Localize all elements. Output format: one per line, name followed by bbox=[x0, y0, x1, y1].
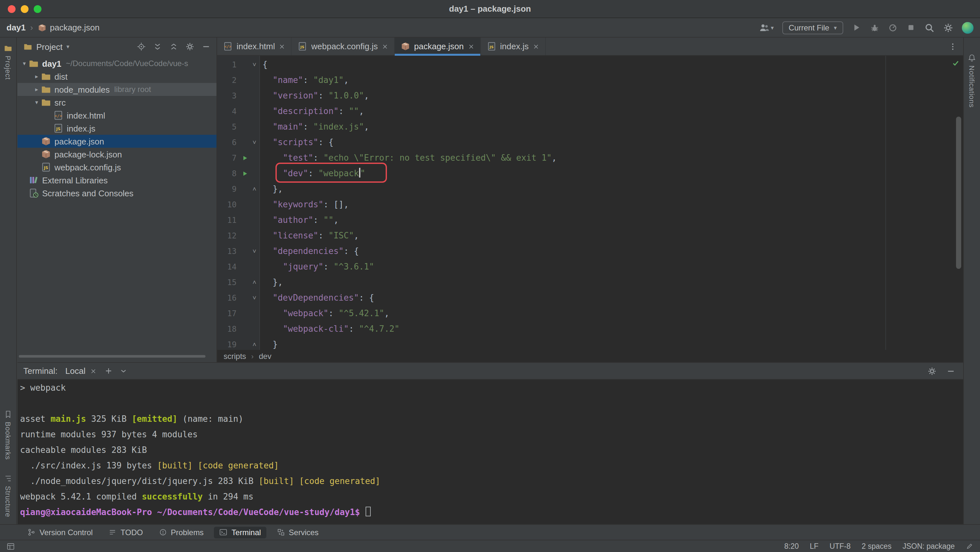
close-icon[interactable] bbox=[468, 43, 474, 49]
tree-item-src[interactable]: ▾src bbox=[18, 96, 216, 109]
editor-scrollbar[interactable] bbox=[956, 117, 961, 269]
tab-package.json[interactable]: package.json bbox=[395, 38, 480, 55]
chevron-down-icon[interactable]: ▾ bbox=[67, 43, 69, 50]
tool-button-notifications[interactable]: Notifications bbox=[964, 54, 980, 108]
fold-marker-icon[interactable]: ˄ bbox=[249, 337, 260, 350]
close-window-button[interactable] bbox=[8, 5, 16, 13]
panel-settings-icon[interactable] bbox=[185, 42, 194, 51]
status-item-json-package[interactable]: JSON: package bbox=[902, 542, 955, 550]
project-horizontal-scrollbar[interactable] bbox=[19, 355, 205, 358]
status-item-utf-8[interactable]: UTF-8 bbox=[830, 542, 851, 550]
chevron-open-icon[interactable]: ▾ bbox=[32, 99, 41, 106]
code-line-10[interactable]: 10 "keywords": [], bbox=[217, 197, 963, 213]
code-line-17[interactable]: 17 "webpack": "^5.42.1", bbox=[217, 306, 963, 321]
code-line-15[interactable]: 15˄ }, bbox=[217, 275, 963, 290]
profiler-button[interactable] bbox=[888, 23, 898, 32]
fold-marker-icon[interactable]: ˅ bbox=[249, 135, 260, 150]
breadcrumb-file[interactable]: package.json bbox=[38, 23, 100, 32]
code-line-14[interactable]: 14 "jquery": "^3.6.1" bbox=[217, 259, 963, 275]
run-script-icon[interactable] bbox=[240, 166, 249, 181]
tab-index.js[interactable]: JSindex.js bbox=[480, 38, 546, 55]
code-line-12[interactable]: 12 "license": "ISC", bbox=[217, 228, 963, 244]
run-script-icon[interactable] bbox=[240, 150, 249, 166]
fold-marker-icon[interactable]: ˅ bbox=[249, 57, 260, 73]
code-line-3[interactable]: 3 "version": "1.0.0", bbox=[217, 88, 963, 104]
code-line-18[interactable]: 18 "webpack-cli": "^4.7.2" bbox=[217, 321, 963, 337]
hide-panel-icon[interactable] bbox=[202, 42, 211, 51]
fold-marker-icon[interactable]: ˄ bbox=[249, 275, 260, 290]
stop-button[interactable] bbox=[906, 23, 916, 32]
tool-window-layout-icon[interactable] bbox=[6, 542, 15, 550]
tree-item-webpack.config.js[interactable]: JSwebpack.config.js bbox=[18, 161, 216, 174]
debug-button[interactable] bbox=[870, 23, 880, 32]
run-button[interactable] bbox=[852, 23, 861, 32]
run-configuration-select[interactable]: Current File ▾ bbox=[782, 21, 843, 34]
project-panel-title[interactable]: Project bbox=[36, 42, 62, 51]
users-icon[interactable]: ▾ bbox=[759, 22, 774, 33]
fold-marker-icon[interactable]: ˅ bbox=[249, 244, 260, 259]
tree-item-index.js[interactable]: JSindex.js bbox=[18, 122, 216, 135]
collapse-all-icon[interactable] bbox=[169, 42, 178, 51]
code-line-4[interactable]: 4 "description": "", bbox=[217, 104, 963, 119]
chevron-closed-icon[interactable]: ▸ bbox=[32, 86, 41, 93]
code-line-5[interactable]: 5 "main": "index.js", bbox=[217, 119, 963, 135]
user-avatar[interactable] bbox=[962, 22, 974, 33]
code-line-2[interactable]: 2 "name": "day1", bbox=[217, 73, 963, 88]
zoom-window-button[interactable] bbox=[34, 5, 41, 13]
close-icon[interactable] bbox=[279, 43, 285, 49]
tab-webpack.config.js[interactable]: JSwebpack.config.js bbox=[292, 38, 395, 55]
code-line-13[interactable]: 13˅ "dependencies": { bbox=[217, 244, 963, 259]
terminal-tab-local[interactable]: Local bbox=[65, 366, 97, 376]
chevron-down-icon[interactable] bbox=[119, 367, 128, 375]
tool-button-services[interactable]: Services bbox=[271, 527, 324, 538]
breadcrumb-project[interactable]: day1 bbox=[6, 23, 25, 32]
write-access-icon[interactable] bbox=[966, 542, 974, 550]
tool-button-project[interactable]: Project bbox=[0, 44, 16, 80]
tab-index.html[interactable]: </>index.html bbox=[217, 38, 292, 55]
editor-pane[interactable]: 1˅{2 "name": "day1",3 "version": "1.0.0"… bbox=[217, 56, 963, 350]
fold-marker-icon[interactable]: ˅ bbox=[249, 290, 260, 306]
close-icon[interactable] bbox=[533, 43, 539, 49]
tree-item-Scratches and Consoles[interactable]: Scratches and Consoles bbox=[18, 187, 216, 200]
tree-item-package.json[interactable]: package.json bbox=[18, 135, 216, 148]
tree-item-dist[interactable]: ▸dist bbox=[18, 70, 216, 83]
status-item-2-spaces[interactable]: 2 spaces bbox=[862, 542, 891, 550]
breadcrumb-dev[interactable]: dev bbox=[259, 352, 272, 360]
hide-terminal-icon[interactable] bbox=[946, 366, 955, 376]
terminal-settings-icon[interactable] bbox=[928, 366, 937, 376]
code-line-11[interactable]: 11 "author": "", bbox=[217, 213, 963, 228]
tree-item-node_modules[interactable]: ▸node_moduleslibrary root bbox=[18, 83, 216, 96]
tree-item-day1[interactable]: ▾day1~/Documents/Code/VueCode/vue-s bbox=[18, 57, 216, 70]
tree-item-External Libraries[interactable]: External Libraries bbox=[18, 174, 216, 187]
inspection-ok-icon[interactable] bbox=[951, 59, 960, 67]
tab-options-kebab-icon[interactable] bbox=[948, 42, 957, 51]
code-line-9[interactable]: 9˄ }, bbox=[217, 181, 963, 197]
tool-button-structure[interactable]: Structure bbox=[0, 474, 16, 517]
tool-button-todo[interactable]: TODO bbox=[103, 527, 148, 538]
code-line-1[interactable]: 1˅{ bbox=[217, 57, 963, 73]
code-line-16[interactable]: 16˅ "devDependencies": { bbox=[217, 290, 963, 306]
chevron-open-icon[interactable]: ▾ bbox=[20, 60, 29, 67]
breadcrumb-scripts[interactable]: scripts bbox=[224, 352, 246, 360]
expand-all-icon[interactable] bbox=[153, 42, 162, 51]
tool-button-version-control[interactable]: Version Control bbox=[22, 527, 98, 538]
search-everywhere-button[interactable] bbox=[924, 22, 935, 33]
minimize-window-button[interactable] bbox=[21, 5, 29, 13]
settings-button[interactable] bbox=[943, 22, 953, 33]
close-icon[interactable] bbox=[90, 368, 97, 374]
tool-button-bookmarks[interactable]: Bookmarks bbox=[0, 410, 16, 460]
chevron-closed-icon[interactable]: ▸ bbox=[32, 73, 41, 80]
tool-button-terminal[interactable]: Terminal bbox=[214, 527, 266, 538]
code-line-19[interactable]: 19˄ } bbox=[217, 337, 963, 350]
fold-marker-icon[interactable]: ˄ bbox=[249, 181, 260, 197]
code-line-6[interactable]: 6˅ "scripts": { bbox=[217, 135, 963, 150]
new-terminal-icon[interactable] bbox=[104, 367, 113, 375]
status-item-8-20[interactable]: 8:20 bbox=[784, 542, 799, 550]
tree-item-package-lock.json[interactable]: package-lock.json bbox=[18, 148, 216, 161]
status-item-lf[interactable]: LF bbox=[810, 542, 819, 550]
terminal-output[interactable]: > webpack asset main.js 325 KiB [emitted… bbox=[20, 380, 962, 524]
tool-button-problems[interactable]: Problems bbox=[153, 527, 209, 538]
tree-item-index.html[interactable]: </>index.html bbox=[18, 109, 216, 122]
locate-icon[interactable] bbox=[137, 42, 146, 51]
close-icon[interactable] bbox=[382, 43, 388, 49]
